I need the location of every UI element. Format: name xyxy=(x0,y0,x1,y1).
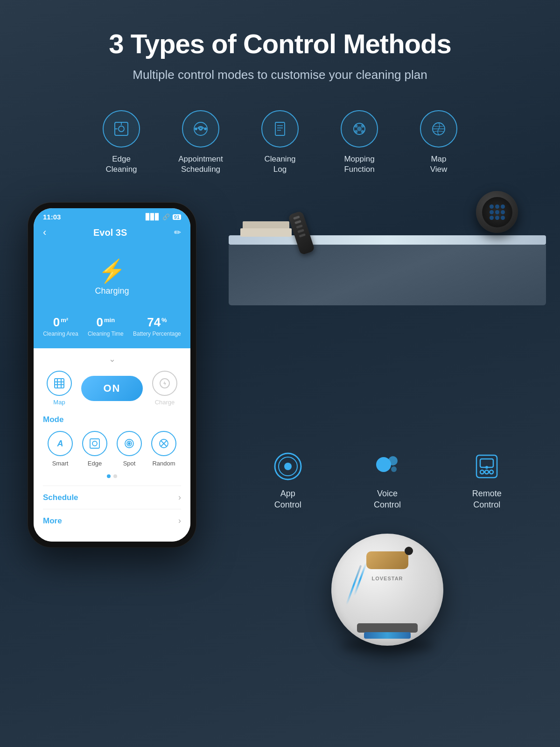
cleaning-log-label: CleaningLog xyxy=(264,154,295,175)
edit-button[interactable]: ✏ xyxy=(174,227,181,238)
cleaning-time-stat: 0min Cleaning Time xyxy=(88,315,124,337)
speaker-dot xyxy=(495,210,499,214)
stats-row: 0m² Cleaning Area 0min Cleaning Time 74% xyxy=(34,308,190,348)
main-content: 11:03 ▊▊▊ 🔗 91 ‹ Evol 3S ✏ ⚡ Chargi xyxy=(0,193,560,688)
cleaning-area-value: 0m² xyxy=(43,315,78,330)
dot-1 xyxy=(107,474,111,478)
remote-btn-5 xyxy=(299,233,306,238)
app-control-label: AppControl xyxy=(274,488,301,510)
charge-icon xyxy=(159,377,171,389)
map-view-icon-circle xyxy=(420,110,457,148)
svg-rect-26 xyxy=(90,439,99,448)
mode-spot[interactable]: Spot xyxy=(117,431,142,467)
svg-point-14 xyxy=(355,125,357,127)
mode-edge[interactable]: Edge xyxy=(82,431,107,467)
feature-cleaning-log: CleaningLog xyxy=(252,110,308,175)
speaker-dot xyxy=(501,204,505,209)
remote-control-icon xyxy=(472,451,502,481)
smart-speaker xyxy=(476,191,518,233)
mopping-function-icon-circle xyxy=(341,110,378,148)
svg-point-45 xyxy=(485,466,488,469)
remote-control-icon-wrap xyxy=(470,450,503,483)
map-icon xyxy=(53,377,65,389)
robot-sensor xyxy=(405,547,413,555)
smart-mode-icon: A xyxy=(48,431,73,456)
svg-point-13 xyxy=(357,127,361,131)
svg-point-6 xyxy=(195,128,197,130)
spot-icon xyxy=(123,437,136,450)
mopping-function-icon xyxy=(349,119,370,139)
book-2 xyxy=(240,228,292,237)
map-button[interactable]: Map xyxy=(43,371,76,406)
random-icon xyxy=(157,437,170,450)
random-mode-icon xyxy=(151,431,176,456)
robot-bottom-bar xyxy=(357,623,418,633)
mode-row: A Smart Edge xyxy=(43,431,181,467)
shelf-scene xyxy=(229,198,546,347)
svg-point-27 xyxy=(92,441,97,446)
more-arrow-icon: › xyxy=(178,516,181,526)
edge-mode-label: Edge xyxy=(88,460,102,467)
svg-point-42 xyxy=(480,470,484,474)
shelf-surface xyxy=(229,235,546,245)
svg-point-16 xyxy=(355,131,357,133)
schedule-arrow-icon: › xyxy=(178,493,181,502)
smart-mode-label: Smart xyxy=(52,460,69,467)
battery-icon: 91 xyxy=(173,214,181,220)
status-time: 11:03 xyxy=(43,213,61,221)
signal-icon: ▊▊▊ xyxy=(146,213,160,220)
page-header: 3 Types of Control Methods Multiple cont… xyxy=(0,0,560,96)
more-label: More xyxy=(43,516,62,526)
battery-stat: 74% Battery Percentage xyxy=(133,315,181,337)
control-row: Map ON Charge xyxy=(43,371,181,406)
edge-cleaning-icon-circle xyxy=(103,110,140,148)
status-icons: ▊▊▊ 🔗 91 xyxy=(146,213,181,220)
charging-status: Charging xyxy=(43,286,181,296)
phone-wrapper: 11:03 ▊▊▊ 🔗 91 ‹ Evol 3S ✏ ⚡ Chargi xyxy=(14,203,210,547)
remote-btn-1 xyxy=(293,216,300,220)
phone-screen: 11:03 ▊▊▊ 🔗 91 ‹ Evol 3S ✏ ⚡ Chargi xyxy=(34,208,190,542)
spot-mode-icon xyxy=(117,431,142,456)
svg-rect-8 xyxy=(275,122,285,135)
robot-vacuum: LOVESTAR xyxy=(331,534,443,646)
svg-point-15 xyxy=(362,125,364,127)
app-control-icon xyxy=(273,451,303,481)
feature-mopping-function: MoppingFunction xyxy=(331,110,387,175)
svg-point-30 xyxy=(128,443,130,444)
svg-point-39 xyxy=(391,466,397,472)
map-label: Map xyxy=(53,399,65,406)
remote-control-method: RemoteControl xyxy=(454,450,519,510)
schedule-row[interactable]: Schedule › xyxy=(43,486,181,509)
more-row[interactable]: More › xyxy=(43,509,181,532)
map-view-label: MapView xyxy=(430,154,448,175)
remote-btn-3 xyxy=(296,225,303,229)
remote-btn-4 xyxy=(297,229,304,233)
charge-circle-icon xyxy=(152,371,177,396)
robot-body: LOVESTAR xyxy=(331,534,443,646)
on-button[interactable]: ON xyxy=(81,376,143,401)
speaker-dot xyxy=(495,204,499,209)
back-button[interactable]: ‹ xyxy=(43,226,46,239)
status-bar: 11:03 ▊▊▊ 🔗 91 xyxy=(34,208,190,224)
svg-point-44 xyxy=(490,470,493,474)
mode-smart[interactable]: A Smart xyxy=(48,431,73,467)
svg-point-17 xyxy=(362,131,364,133)
charging-bolt-icon: ⚡ xyxy=(43,260,181,282)
spot-mode-label: Spot xyxy=(123,460,136,467)
edge-icon xyxy=(88,437,101,450)
page-title: 3 Types of Control Methods xyxy=(19,28,541,59)
control-methods-section: AppControl VoiceControl xyxy=(229,441,546,524)
mode-random[interactable]: Random xyxy=(151,431,176,467)
speaker-dot xyxy=(501,210,505,214)
page-dots xyxy=(43,474,181,478)
charge-button[interactable]: Charge xyxy=(148,371,181,406)
map-view-icon xyxy=(428,119,449,139)
svg-point-43 xyxy=(485,470,489,474)
cleaning-log-icon-circle xyxy=(261,110,299,148)
speaker-dot xyxy=(490,216,494,220)
mopping-function-label: MoppingFunction xyxy=(344,154,374,175)
phone-mockup: 11:03 ▊▊▊ 🔗 91 ‹ Evol 3S ✏ ⚡ Chargi xyxy=(28,203,196,547)
remote-control-label: RemoteControl xyxy=(472,488,502,510)
app-header: ‹ Evol 3S ✏ xyxy=(34,224,190,246)
wifi-icon: 🔗 xyxy=(162,213,170,220)
